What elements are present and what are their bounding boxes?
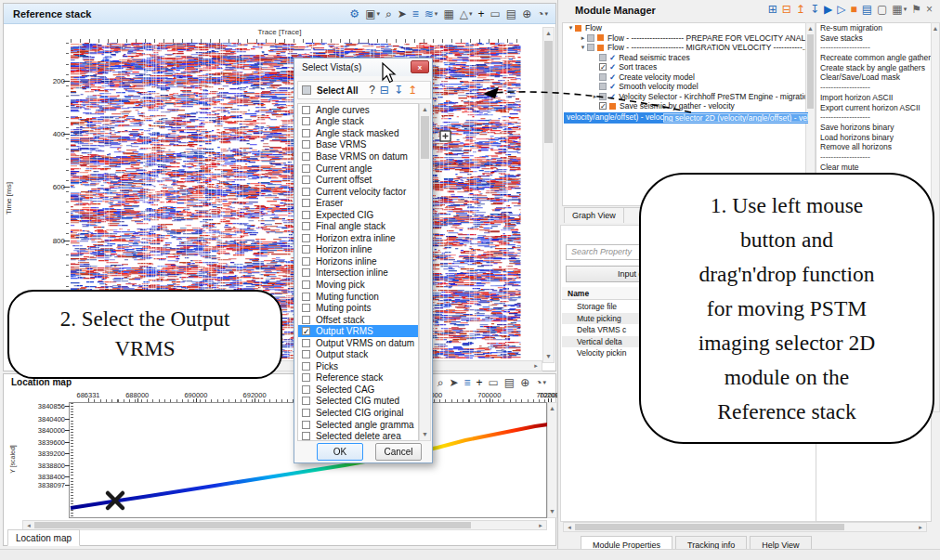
expander-icon[interactable]: ▾ xyxy=(579,44,587,51)
export-icon[interactable]: ↧ xyxy=(810,4,819,15)
checkbox-icon[interactable] xyxy=(302,409,310,417)
checkbox-icon[interactable] xyxy=(302,234,310,242)
layers-icon[interactable]: ≡ xyxy=(463,377,470,388)
snapshot-icon[interactable]: ▤ xyxy=(506,8,516,20)
vista-list-item[interactable]: Intersection inline xyxy=(298,267,418,280)
polygon-icon[interactable]: △▾ xyxy=(460,8,473,20)
vista-list-item[interactable]: Horizon extra inline xyxy=(298,232,418,244)
module-tree-row[interactable]: ▾Flow - -------------------- MIGRATION V… xyxy=(563,43,808,53)
checkbox-icon[interactable] xyxy=(302,316,310,324)
zoom-icon[interactable]: ⌕ xyxy=(437,377,444,388)
checkbox-icon[interactable] xyxy=(302,268,310,277)
checkbox-icon[interactable] xyxy=(302,257,310,266)
move-up-icon[interactable]: ↥ xyxy=(408,85,417,96)
module-checkbox[interactable] xyxy=(599,93,607,100)
module-tree-row[interactable]: ✓Smooth velocity model xyxy=(563,82,808,92)
vista-list-item[interactable]: Reference stack xyxy=(298,372,418,384)
vista-list-item[interactable]: Horizons inline xyxy=(298,255,418,267)
run-flow-icon[interactable]: ▷ xyxy=(837,4,845,15)
import-icon[interactable]: ↥ xyxy=(796,4,805,15)
properties-hscrollbar[interactable]: ◂ ▸ xyxy=(563,522,927,532)
expander-icon[interactable]: ▾ xyxy=(567,24,575,32)
add-flow-icon[interactable]: ⊞ xyxy=(768,4,777,15)
menu-item[interactable]: Re-sum migration xyxy=(816,23,931,33)
annotation-icon[interactable]: ▭ xyxy=(490,8,500,20)
module-tree-row[interactable]: ✓Read seismic traces xyxy=(563,53,808,63)
vista-list-item[interactable]: Muting points xyxy=(298,302,418,314)
pick-pointer-icon[interactable]: ➤ xyxy=(449,377,458,388)
menu-item[interactable]: Export current horizon ASCII xyxy=(816,103,931,113)
checkbox-icon[interactable] xyxy=(302,304,310,312)
checkbox-icon[interactable] xyxy=(302,164,310,173)
checkbox-icon[interactable] xyxy=(302,140,310,149)
checkbox-icon[interactable] xyxy=(302,432,310,440)
checkbox-icon[interactable] xyxy=(302,373,310,382)
snapshot-icon[interactable]: ▤ xyxy=(504,377,515,388)
wiggle-display-icon[interactable]: ≋▾ xyxy=(424,8,438,20)
checkbox-icon[interactable] xyxy=(302,385,310,394)
module-row-dragged[interactable]: velocity/angle/offset) - veloci...ng sel… xyxy=(564,112,808,124)
module-checkbox[interactable] xyxy=(587,34,594,42)
vista-list-item[interactable]: Horizon inline xyxy=(298,244,418,256)
vista-list-item[interactable]: Angle stack xyxy=(298,116,418,128)
annotation-icon[interactable]: ▭ xyxy=(488,377,498,388)
location-map-vscrollbar[interactable]: ▲ ▼ xyxy=(547,402,557,518)
vista-list-item[interactable]: Current offset xyxy=(298,174,418,186)
vista-list-item[interactable]: Base VRMS on datum xyxy=(298,150,418,163)
vista-list-item[interactable]: Current velocity factor xyxy=(298,186,418,198)
new-document-icon[interactable]: ▢ xyxy=(877,4,887,15)
module-checkbox[interactable] xyxy=(599,73,607,81)
vista-list-item[interactable]: ✓Output VRMS xyxy=(298,325,418,337)
menu-item[interactable]: Save horizons binary xyxy=(816,123,931,133)
vista-list-item[interactable]: Selected angle gramma xyxy=(298,419,418,431)
ok-button[interactable]: OK xyxy=(317,443,363,461)
vista-list-item[interactable]: Angle stack masked xyxy=(298,127,418,139)
menu-item[interactable]: Create stack by angle gathers xyxy=(816,63,931,73)
zoom-icon[interactable]: ⌕ xyxy=(385,8,392,20)
expander-icon[interactable]: ▸ xyxy=(591,93,599,100)
module-checkbox[interactable] xyxy=(599,54,607,61)
zoom-region-icon[interactable]: ⊕ xyxy=(522,8,531,20)
vista-list-item[interactable]: Offset stack xyxy=(298,314,418,326)
vista-list-item[interactable]: Muting function xyxy=(298,291,418,303)
window-layout-icon[interactable]: ▦▾ xyxy=(892,4,907,15)
reference-stack-vscrollbar[interactable]: ▲ ▼ xyxy=(542,27,555,363)
vista-list-item[interactable]: Moving pick xyxy=(298,279,418,291)
crosshair-icon[interactable]: + xyxy=(477,8,484,20)
module-tree-row[interactable]: ▾Flow xyxy=(563,23,808,33)
module-tree-row[interactable]: ✓Save seismic by gather - velocity xyxy=(563,101,808,111)
select-all-checkbox[interactable] xyxy=(302,85,311,95)
checkbox-icon[interactable] xyxy=(302,211,310,219)
checkbox-icon[interactable] xyxy=(302,152,310,161)
checkbox-icon[interactable] xyxy=(302,106,310,114)
checkbox-icon[interactable] xyxy=(302,117,310,125)
module-checkbox[interactable] xyxy=(587,44,594,51)
vista-list-item[interactable]: Picks xyxy=(298,360,418,372)
pin-icon[interactable]: ⚑ xyxy=(911,4,921,15)
location-map-hscrollbar[interactable]: ◂ ▸ xyxy=(22,520,547,530)
module-checkbox-checked[interactable]: ✓ xyxy=(599,102,607,110)
vista-list-item[interactable]: Selected CIG original xyxy=(298,407,418,419)
compass-icon[interactable]: ◔▾ xyxy=(537,8,548,20)
vista-list-item[interactable]: Final angle stack xyxy=(298,220,418,232)
collapse-icon[interactable]: ⊟ xyxy=(380,85,389,96)
checkbox-icon[interactable] xyxy=(302,176,310,184)
menu-item[interactable]: Import horizon ASCII xyxy=(816,93,931,103)
vista-list-scrollbar[interactable]: ▲ ▼ xyxy=(419,103,431,441)
move-down-icon[interactable]: ↧ xyxy=(394,85,403,96)
checkbox-icon[interactable] xyxy=(302,421,310,429)
gain-icon[interactable]: ▦ xyxy=(443,8,453,20)
checkbox-icon[interactable] xyxy=(302,280,310,289)
vista-list-item[interactable]: Expected CIG xyxy=(298,209,418,221)
checkbox-icon[interactable] xyxy=(302,339,310,347)
menu-item[interactable]: Remove all horizons xyxy=(816,142,931,152)
dialog-close-button[interactable]: x xyxy=(411,60,429,73)
vista-list-item[interactable]: Output stack xyxy=(298,348,418,360)
checkbox-icon[interactable] xyxy=(302,245,310,254)
pick-pointer-icon[interactable]: ➤ xyxy=(398,8,407,20)
layers-icon[interactable]: ≡ xyxy=(412,8,419,20)
module-checkbox[interactable] xyxy=(599,83,607,90)
vista-list[interactable]: Angle curvesAngle stackAngle stack maske… xyxy=(297,103,419,441)
menu-item[interactable]: Clear mute xyxy=(816,163,931,173)
zoom-region-icon[interactable]: ⊕ xyxy=(520,377,529,388)
